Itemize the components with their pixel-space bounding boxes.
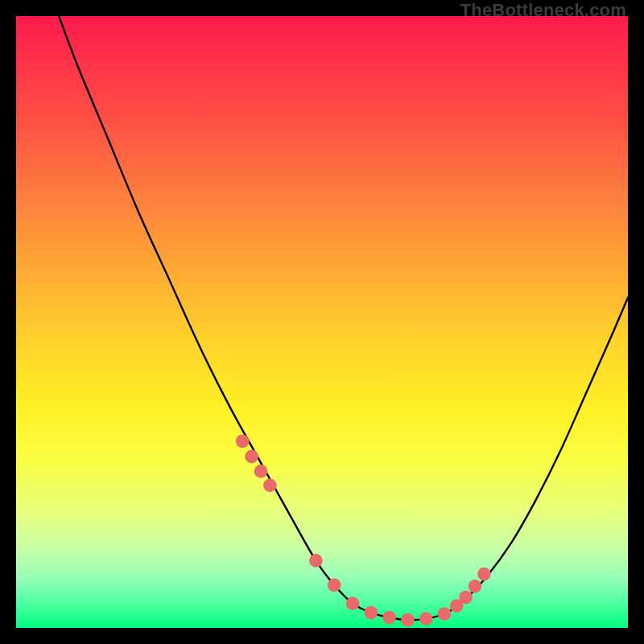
curve-marker [459, 591, 473, 605]
curve-marker [419, 612, 433, 625]
chart-plot-area [16, 16, 628, 628]
curve-marker [382, 611, 396, 625]
curve-marker [469, 580, 482, 593]
curve-marker [346, 597, 360, 610]
curve-marker [364, 606, 378, 620]
curve-marker [236, 435, 250, 448]
bottleneck-curve [59, 16, 628, 620]
curve-marker [328, 578, 341, 592]
curve-marker [245, 450, 258, 464]
curve-marker [401, 613, 415, 627]
curve-marker [263, 479, 277, 493]
curve-marker [438, 607, 452, 621]
curve-marker [477, 568, 491, 581]
watermark-label: TheBottleneck.com [460, 0, 626, 21]
curve-markers [236, 435, 491, 627]
chart-frame: TheBottleneck.com [0, 0, 644, 644]
curve-marker [309, 554, 323, 568]
chart-svg [16, 16, 628, 628]
curve-marker [254, 464, 268, 478]
